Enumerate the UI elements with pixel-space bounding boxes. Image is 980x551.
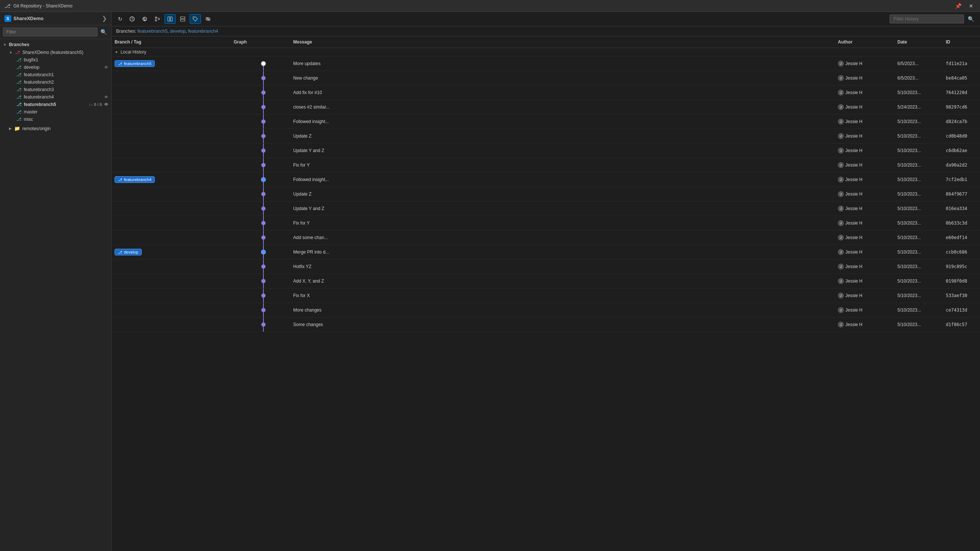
filter-search-button[interactable]: 🔍 bbox=[966, 15, 976, 23]
table-row[interactable]: ⎇ featurebranch5More updatesJJessie H6/5… bbox=[111, 57, 980, 71]
branch-tag[interactable]: ⎇ featurebranch5 bbox=[115, 60, 155, 67]
table-row[interactable]: Add X, Y, and ZJJessie H5/10/2023...0198… bbox=[111, 274, 980, 289]
commit-id: c6db62ae bbox=[943, 146, 980, 156]
table-row[interactable]: ⎇ featurebranch4Followed insight...JJess… bbox=[111, 173, 980, 187]
commit-branch-col bbox=[111, 105, 231, 109]
table-row[interactable]: More changesJJessie H5/10/2023...ce74313… bbox=[111, 303, 980, 318]
refresh-button[interactable]: ↻ bbox=[115, 14, 125, 24]
sidebar-item-remotes[interactable]: ▶ 📁 remotes/origin bbox=[6, 125, 111, 132]
fetch-icon bbox=[129, 16, 135, 22]
table-row[interactable]: closes #2 similar...JJessie H5/24/2023..… bbox=[111, 100, 980, 114]
table-row[interactable]: Update ZJJessie H5/10/2023...cd0b48d0 bbox=[111, 129, 980, 143]
commit-graph-col bbox=[231, 259, 290, 274]
table-row[interactable]: Hotfix YZJJessie H5/10/2023...919c895c bbox=[111, 259, 980, 274]
branch-link-fb4[interactable]: featurebranch4 bbox=[188, 29, 218, 34]
table-row[interactable]: ⎇ developMerge PR into d...JJessie H5/10… bbox=[111, 245, 980, 259]
svg-point-46 bbox=[262, 308, 265, 312]
sidebar: S ShareXDemo ❯ 🔍 ▼ Branches ▼ ⎇ ShareXDe… bbox=[0, 12, 111, 551]
commit-graph-col bbox=[231, 158, 290, 172]
author-name: Jessie H bbox=[845, 235, 862, 240]
eye-toggle-button[interactable] bbox=[202, 14, 213, 24]
svg-point-48 bbox=[262, 323, 265, 326]
commit-graph-col bbox=[231, 202, 290, 216]
commit-branch-col bbox=[111, 322, 231, 327]
author-name: Jessie H bbox=[845, 206, 862, 211]
pull-button[interactable] bbox=[139, 14, 150, 24]
sidebar-item-featurebranch3[interactable]: ⎇ featurebranch3 bbox=[13, 86, 111, 93]
branches-button[interactable] bbox=[152, 14, 163, 24]
tag-icon bbox=[192, 16, 198, 22]
commit-message: Fix for X bbox=[290, 291, 835, 300]
svg-point-18 bbox=[262, 105, 265, 109]
sidebar-header: S ShareXDemo ❯ bbox=[0, 12, 111, 25]
close-button[interactable]: ✕ bbox=[967, 2, 975, 10]
table-header: Branch / Tag Graph Message Author Date I… bbox=[111, 37, 980, 48]
branch-tag-icon: ⎇ bbox=[118, 62, 123, 66]
table-row[interactable]: Update Y and ZJJessie H5/10/2023...c6db6… bbox=[111, 143, 980, 158]
commit-date: 5/10/2023... bbox=[894, 320, 943, 329]
commit-date: 5/10/2023... bbox=[894, 204, 943, 213]
table-row[interactable]: Update ZJJessie H5/10/2023...864f9677 bbox=[111, 187, 980, 202]
layout2-button[interactable] bbox=[177, 14, 188, 24]
table-row[interactable]: Add fix for #10JJessie H5/10/2023...7641… bbox=[111, 86, 980, 100]
commits-container: ⎇ featurebranch5More updatesJJessie H6/5… bbox=[111, 57, 980, 332]
sidebar-item-featurebranch4[interactable]: ⎇ featurebranch4 👁 bbox=[13, 93, 111, 101]
main-layout: S ShareXDemo ❯ 🔍 ▼ Branches ▼ ⎇ ShareXDe… bbox=[0, 12, 980, 551]
author-avatar: J bbox=[838, 264, 844, 270]
commit-author: JJessie H bbox=[835, 261, 894, 272]
sidebar-item-master[interactable]: ⎇ master bbox=[13, 108, 111, 116]
table-row[interactable]: Followed insight...JJessie H5/10/2023...… bbox=[111, 114, 980, 129]
commit-author: JJessie H bbox=[835, 305, 894, 315]
table-row[interactable]: Fix for YJJessie H5/10/2023...da90a2d2 bbox=[111, 158, 980, 173]
pin-button[interactable]: 📌 bbox=[953, 2, 964, 10]
branch-name-develop: develop bbox=[24, 65, 102, 70]
branch-eye-develop: 👁 bbox=[104, 65, 108, 70]
author-name: Jessie H bbox=[845, 308, 862, 313]
sidebar-item-featurebranch1[interactable]: ⎇ featurebranch1 bbox=[13, 71, 111, 78]
commit-date: 5/24/2023... bbox=[894, 102, 943, 112]
svg-point-32 bbox=[262, 207, 265, 210]
commit-branch-col bbox=[111, 163, 231, 167]
branch-tag[interactable]: ⎇ develop bbox=[115, 249, 142, 256]
commit-author: JJessie H bbox=[835, 59, 894, 69]
commit-graph-col bbox=[231, 71, 290, 85]
table-row[interactable]: Add some chan...JJessie H5/10/2023...e60… bbox=[111, 230, 980, 245]
commit-message: Followed insight... bbox=[290, 117, 835, 126]
branches-section-header[interactable]: ▼ Branches bbox=[0, 41, 111, 49]
fetch-button[interactable] bbox=[127, 14, 138, 24]
repo-expand-icon: ▼ bbox=[9, 51, 13, 55]
branch-link-develop[interactable]: develop bbox=[170, 29, 186, 34]
table-row[interactable]: Fix for XJJessie H5/10/2023...533aef30 bbox=[111, 289, 980, 303]
sidebar-filter-input[interactable] bbox=[3, 27, 97, 37]
local-history-label: Local History bbox=[121, 49, 146, 55]
table-row[interactable]: New changeJJessie H6/5/2023...be84ca05 bbox=[111, 71, 980, 86]
sidebar-collapse-button[interactable]: ❯ bbox=[102, 15, 107, 22]
sidebar-item-misc[interactable]: ⎇ misc bbox=[13, 116, 111, 123]
sidebar-branches: ▼ Branches ▼ ⎇ ShareXDemo (featurebranch… bbox=[0, 39, 111, 551]
sidebar-item-bugfix1[interactable]: ⎇ bugfix1 bbox=[13, 56, 111, 64]
layout1-button[interactable] bbox=[164, 14, 176, 24]
sidebar-item-featurebranch2[interactable]: ⎇ featurebranch2 bbox=[13, 78, 111, 86]
author-name: Jessie H bbox=[845, 162, 862, 168]
commit-branch-col bbox=[111, 119, 231, 124]
sidebar-item-sharexdemo[interactable]: ▼ ⎇ ShareXDemo (featurebranch5) bbox=[6, 49, 111, 56]
table-row[interactable]: Fix for YJJessie H5/10/2023...0b633c3d bbox=[111, 216, 980, 230]
table-row[interactable]: Update Y and ZJJessie H5/10/2023...016ea… bbox=[111, 202, 980, 216]
author-avatar: J bbox=[838, 235, 844, 241]
repo-branch-icon: ⎇ bbox=[15, 50, 20, 55]
svg-point-20 bbox=[262, 120, 265, 124]
commit-message: Add X, Y, and Z bbox=[290, 276, 835, 286]
branch-link-fb5[interactable]: featurebranch5 bbox=[137, 29, 167, 34]
branch-tag[interactable]: ⎇ featurebranch4 bbox=[115, 176, 155, 183]
branches-label: Branches bbox=[9, 42, 29, 47]
sidebar-item-featurebranch5[interactable]: ⎇ featurebranch5 ↑↓ 0 / 0 👁 bbox=[13, 101, 111, 108]
sidebar-filter-search-button[interactable]: 🔍 bbox=[99, 28, 108, 36]
sidebar-item-develop[interactable]: ⎇ develop 👁 bbox=[13, 64, 111, 71]
author-name: Jessie H bbox=[845, 278, 862, 284]
table-row[interactable]: Some changesJJessie H5/10/2023...d1f86c5… bbox=[111, 318, 980, 332]
tag-button[interactable] bbox=[190, 14, 201, 24]
commit-author: JJessie H bbox=[835, 232, 894, 243]
commit-id: 0b633c3d bbox=[943, 218, 980, 228]
filter-history-input[interactable] bbox=[889, 14, 964, 24]
commit-message: New change bbox=[290, 73, 835, 83]
